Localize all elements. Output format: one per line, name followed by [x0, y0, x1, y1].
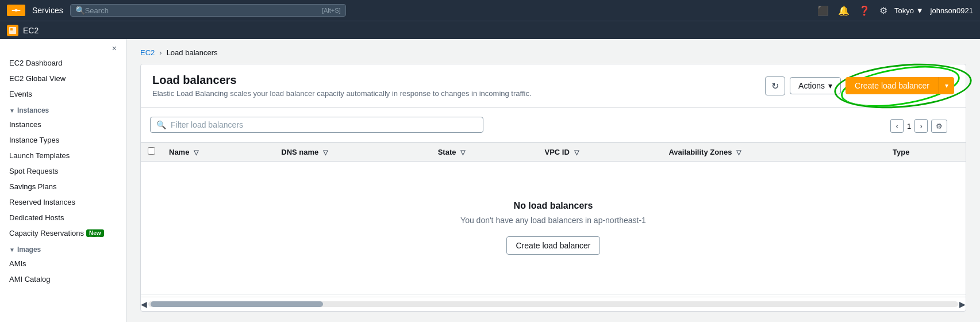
- empty-state-row: No load balancers You don't have any loa…: [141, 162, 966, 294]
- create-load-balancer-button[interactable]: Create load balancer: [846, 77, 939, 94]
- aws-logo: [7, 5, 25, 16]
- service-name: EC2: [23, 26, 39, 35]
- sidebar-close-button[interactable]: ×: [112, 44, 117, 53]
- breadcrumb-current: Load balancers: [167, 48, 218, 57]
- sidebar-item-ami-catalog[interactable]: AMI Catalog: [0, 271, 126, 287]
- breadcrumb: EC2 › Load balancers: [140, 48, 966, 57]
- svg-rect-1: [9, 27, 16, 34]
- sort-icon-dns: ▽: [323, 149, 328, 156]
- user-menu[interactable]: johnson0921: [931, 6, 973, 15]
- sidebar-item-label: Launch Templates: [9, 151, 70, 160]
- empty-state-subtitle: You don't have any load balancers in ap-…: [159, 216, 947, 225]
- refresh-button[interactable]: ↻: [765, 76, 785, 95]
- horizontal-scrollbar-row: ◀ ▶: [141, 297, 966, 311]
- sidebar-item-ec2-dashboard[interactable]: EC2 Dashboard: [0, 55, 126, 71]
- panel-title-block: Load balancers Elastic Load Balancing sc…: [152, 74, 532, 98]
- sidebar-item-reserved-instances[interactable]: Reserved Instances: [0, 194, 126, 210]
- main-layout: × EC2 Dashboard EC2 Global View Events ▼…: [0, 39, 980, 322]
- sidebar-item-label: Spot Requests: [9, 167, 58, 175]
- svg-rect-0: [12, 10, 21, 11]
- screen-icon[interactable]: ⬛: [817, 5, 829, 16]
- sidebar-item-capacity-reservations[interactable]: Capacity Reservations New: [0, 225, 126, 241]
- sidebar-item-events[interactable]: Events: [0, 86, 126, 102]
- table-header-row: Name ▽ DNS name ▽ State ▽: [141, 143, 966, 162]
- instances-section-label: Instances: [17, 106, 49, 114]
- bell-icon[interactable]: 🔔: [838, 5, 850, 16]
- load-balancers-table: Name ▽ DNS name ▽ State ▽: [141, 143, 966, 294]
- sidebar: × EC2 Dashboard EC2 Global View Events ▼…: [0, 39, 126, 322]
- breadcrumb-separator: ›: [159, 48, 162, 57]
- col-label-availability-zones: Availability Zones: [668, 148, 732, 156]
- load-balancers-panel: Load balancers Elastic Load Balancing sc…: [140, 64, 966, 312]
- scroll-left-button[interactable]: ◀: [141, 300, 147, 309]
- col-header-availability-zones[interactable]: Availability Zones ▽: [662, 143, 886, 162]
- gear-icon[interactable]: ⚙: [879, 5, 887, 16]
- col-label-name: Name: [169, 148, 189, 156]
- search-icon: 🔍: [75, 6, 85, 15]
- filter-input[interactable]: [171, 120, 477, 129]
- sidebar-item-instances[interactable]: Instances: [0, 117, 126, 132]
- service-bar: EC2: [0, 21, 980, 39]
- prev-page-button[interactable]: ‹: [890, 119, 904, 133]
- sort-icon-state: ▽: [460, 149, 465, 156]
- create-load-balancer-dropdown-button[interactable]: ▾: [939, 77, 954, 94]
- select-all-checkbox[interactable]: [148, 147, 155, 155]
- sidebar-item-spot-requests[interactable]: Spot Requests: [0, 163, 126, 179]
- col-label-state: State: [438, 148, 456, 156]
- create-load-balancer-empty-button[interactable]: Create load balancer: [506, 236, 601, 255]
- sidebar-item-label: EC2 Global View: [9, 74, 66, 83]
- instances-section-header[interactable]: ▼ Instances: [0, 102, 126, 117]
- col-header-dns-name[interactable]: DNS name ▽: [274, 143, 431, 162]
- sidebar-item-label: AMIs: [9, 259, 26, 268]
- sidebar-item-label: Capacity Reservations: [9, 229, 84, 237]
- sidebar-item-label: Savings Plans: [9, 182, 56, 191]
- scroll-track[interactable]: [148, 301, 958, 307]
- filter-input-wrapper[interactable]: 🔍: [150, 117, 483, 133]
- create-load-balancer-group: Create load balancer ▾: [846, 77, 954, 94]
- svg-rect-2: [10, 28, 13, 30]
- sidebar-item-launch-templates[interactable]: Launch Templates: [0, 148, 126, 163]
- region-selector[interactable]: Tokyo ▼: [894, 6, 923, 15]
- sidebar-item-ec2-global-view[interactable]: EC2 Global View: [0, 71, 126, 86]
- actions-label: Actions: [798, 81, 825, 90]
- actions-button[interactable]: Actions ▾: [790, 77, 841, 94]
- page-subtitle: Elastic Load Balancing scales your load …: [152, 89, 532, 98]
- col-header-state[interactable]: State ▽: [431, 143, 538, 162]
- images-section-label: Images: [17, 246, 41, 254]
- col-label-vpc-id: VPC ID: [545, 148, 570, 156]
- collapse-triangle-icon: ▼: [9, 108, 15, 114]
- actions-dropdown-icon: ▾: [828, 81, 832, 90]
- empty-state-title: No load balancers: [159, 201, 947, 211]
- global-search[interactable]: 🔍 [Alt+S]: [70, 4, 346, 17]
- sidebar-item-label: Instances: [9, 120, 41, 129]
- empty-state: No load balancers You don't have any loa…: [148, 166, 959, 289]
- scroll-right-button[interactable]: ▶: [959, 300, 966, 309]
- search-input[interactable]: [85, 6, 322, 15]
- col-label-dns-name: DNS name: [281, 148, 318, 156]
- sidebar-item-dedicated-hosts[interactable]: Dedicated Hosts: [0, 210, 126, 225]
- sidebar-item-label: Events: [9, 90, 32, 98]
- next-page-button[interactable]: ›: [914, 119, 928, 133]
- images-section-header[interactable]: ▼ Images: [0, 241, 126, 256]
- help-icon[interactable]: ❓: [859, 5, 870, 16]
- sort-icon-az: ▽: [736, 149, 741, 156]
- sidebar-item-amis[interactable]: AMIs: [0, 256, 126, 271]
- col-header-vpc-id[interactable]: VPC ID ▽: [538, 143, 662, 162]
- sidebar-item-instance-types[interactable]: Instance Types: [0, 132, 126, 148]
- main-content: EC2 › Load balancers Load balancers Elas…: [126, 39, 980, 322]
- sidebar-item-label: EC2 Dashboard: [9, 59, 63, 67]
- sidebar-item-label: Reserved Instances: [9, 198, 75, 206]
- page-number: 1: [907, 122, 911, 131]
- col-label-type: Type: [893, 148, 909, 156]
- table-settings-button[interactable]: ⚙: [931, 120, 947, 133]
- sort-icon-name: ▽: [194, 149, 198, 156]
- new-badge: New: [86, 229, 104, 237]
- col-header-type: Type: [886, 143, 966, 162]
- sidebar-item-savings-plans[interactable]: Savings Plans: [0, 179, 126, 194]
- services-menu[interactable]: Services: [32, 6, 63, 15]
- pagination: ‹ 1 › ⚙: [881, 114, 956, 135]
- page-title: Load balancers: [152, 74, 532, 87]
- filter-search-icon: 🔍: [156, 120, 166, 129]
- breadcrumb-parent-link[interactable]: EC2: [140, 48, 155, 57]
- col-header-name[interactable]: Name ▽: [162, 143, 274, 162]
